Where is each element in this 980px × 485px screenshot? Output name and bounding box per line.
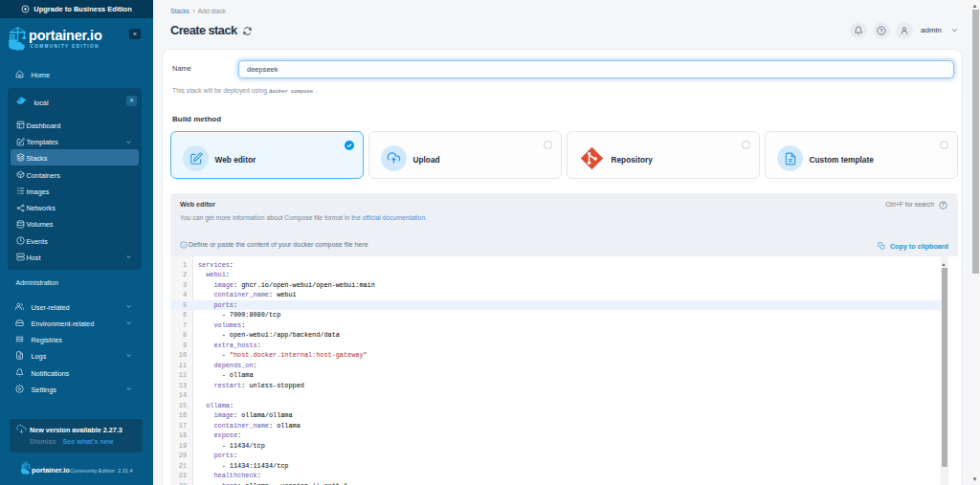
svg-text:?: ?: [880, 27, 882, 33]
svg-text:?: ?: [942, 203, 945, 208]
